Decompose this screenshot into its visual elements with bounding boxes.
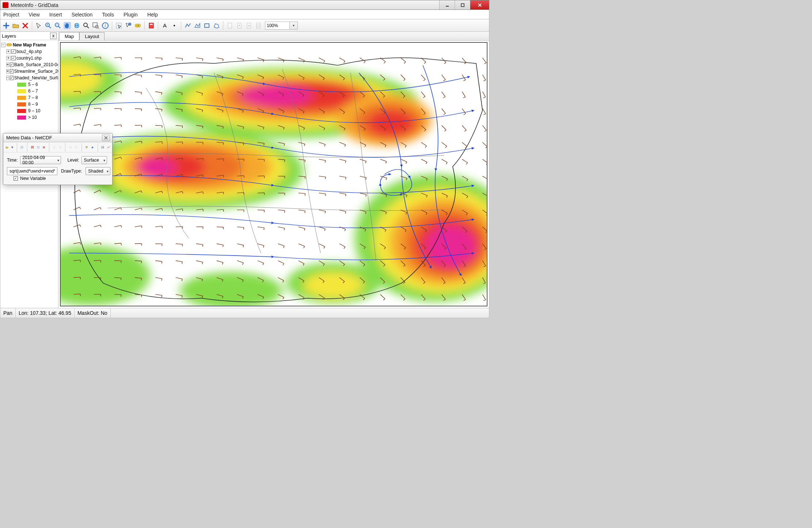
new-variable-checkbox[interactable] bbox=[14, 176, 18, 181]
legend-label: 7 – 8 bbox=[28, 95, 38, 100]
svg-rect-30 bbox=[205, 24, 209, 27]
tab-map[interactable]: Map bbox=[59, 32, 79, 40]
info-icon[interactable]: i bbox=[102, 22, 109, 29]
zoom-combo[interactable]: 100% bbox=[265, 22, 290, 30]
forward-arrow-icon[interactable] bbox=[59, 144, 62, 151]
info-icon[interactable]: i bbox=[20, 144, 23, 151]
expression-input[interactable] bbox=[7, 167, 57, 175]
chart-box-icon[interactable] bbox=[101, 144, 104, 151]
delete-icon[interactable] bbox=[42, 144, 45, 151]
level-combo[interactable]: Surface bbox=[81, 156, 107, 164]
point-tool-icon[interactable] bbox=[171, 22, 178, 29]
status-coords: Lon: 107.33; Lat: 46.95 bbox=[16, 308, 75, 318]
pointer-icon[interactable] bbox=[35, 22, 42, 29]
svg-point-66 bbox=[304, 272, 363, 298]
svg-line-580 bbox=[162, 261, 162, 264]
identify-icon[interactable]: ? bbox=[125, 22, 132, 29]
level-field: Level: Surface bbox=[68, 156, 107, 164]
svg-rect-710 bbox=[102, 147, 102, 148]
layer-tree: − New Map Frame + bou2_4p.shp + country1… bbox=[0, 40, 58, 122]
svg-line-504 bbox=[244, 227, 244, 230]
page-icon[interactable] bbox=[226, 22, 234, 29]
layer-checkbox[interactable] bbox=[10, 76, 14, 80]
tab-layout[interactable]: Layout bbox=[79, 32, 105, 40]
label-icon[interactable]: LB bbox=[134, 22, 141, 29]
layers-panel-close-button[interactable]: x bbox=[50, 33, 57, 39]
svg-line-378 bbox=[244, 176, 244, 178]
menu-insert[interactable]: Insert bbox=[49, 12, 62, 18]
data-icon[interactable] bbox=[148, 22, 155, 29]
layer-checkbox[interactable] bbox=[11, 56, 16, 60]
trend-line-icon[interactable] bbox=[107, 144, 110, 151]
add-layer-icon[interactable] bbox=[3, 22, 10, 29]
select-element-icon[interactable] bbox=[115, 22, 122, 29]
zoom-icon[interactable] bbox=[83, 22, 90, 29]
rect-icon[interactable] bbox=[203, 22, 210, 29]
grid-view-icon[interactable] bbox=[31, 144, 34, 151]
collapse-icon[interactable]: − bbox=[6, 76, 9, 80]
collapse-icon[interactable]: − bbox=[1, 43, 5, 47]
expand-icon[interactable]: + bbox=[6, 69, 9, 73]
layer-row[interactable]: + Streamline_Surface_2010- bbox=[1, 68, 57, 75]
svg-point-14 bbox=[84, 23, 87, 27]
expand-icon[interactable]: + bbox=[6, 56, 11, 60]
delete-icon[interactable] bbox=[22, 22, 29, 29]
map-canvas[interactable] bbox=[60, 42, 487, 306]
dialog-titlebar[interactable]: Meteo Data - NetCDF bbox=[3, 133, 112, 142]
zoom-out-icon[interactable] bbox=[54, 22, 61, 29]
zoom-region-icon[interactable] bbox=[92, 22, 99, 29]
layer-row[interactable]: + bou2_4p.shp bbox=[1, 48, 57, 55]
maximize-button[interactable] bbox=[455, 0, 470, 10]
page-down-icon[interactable] bbox=[245, 22, 253, 29]
expand-icon[interactable]: + bbox=[6, 63, 9, 67]
menu-view[interactable]: View bbox=[29, 12, 40, 18]
dropdown-caret-icon[interactable]: ▾ bbox=[11, 145, 13, 149]
back-arrow-icon[interactable] bbox=[53, 144, 56, 151]
menu-help[interactable]: Help bbox=[147, 12, 158, 18]
open-folder-icon[interactable] bbox=[5, 144, 8, 151]
menu-plugin[interactable]: Plugin bbox=[124, 12, 138, 18]
meteo-data-dialog[interactable]: Meteo Data - NetCDF ▾ i Time: 2010-04-09… bbox=[3, 133, 113, 185]
animate-back-icon[interactable] bbox=[69, 144, 72, 151]
shape-closed-icon[interactable] bbox=[194, 22, 201, 29]
close-button[interactable] bbox=[470, 0, 489, 10]
layer-row[interactable]: − Shaded_NewVar_Surface_ bbox=[1, 75, 57, 81]
map-frame-icon bbox=[6, 42, 12, 48]
zoom-dropdown-icon[interactable]: ▾ bbox=[290, 22, 298, 30]
layer-row[interactable]: + country1.shp bbox=[1, 55, 57, 61]
dialog-title: Meteo Data - NetCDF bbox=[6, 135, 52, 140]
shape-open-icon[interactable] bbox=[184, 22, 191, 29]
svg-line-342 bbox=[305, 160, 305, 162]
tree-frame-label: New Map Frame bbox=[13, 42, 46, 48]
svg-line-337 bbox=[258, 159, 265, 159]
tree-frame-row[interactable]: − New Map Frame bbox=[1, 42, 57, 48]
menu-project[interactable]: Project bbox=[3, 12, 19, 18]
globe-icon[interactable] bbox=[73, 22, 80, 29]
svg-point-54 bbox=[137, 158, 176, 176]
polygon-icon[interactable] bbox=[213, 22, 220, 29]
dialog-close-button[interactable] bbox=[102, 135, 110, 141]
toolbar-separator bbox=[32, 21, 32, 30]
minimize-button[interactable] bbox=[439, 0, 455, 10]
open-icon[interactable] bbox=[12, 22, 19, 29]
svg-line-501 bbox=[217, 227, 224, 227]
svg-line-420 bbox=[244, 192, 244, 195]
menu-selection[interactable]: Selection bbox=[72, 12, 93, 18]
layer-row[interactable]: + Barb_Surface_2010-04-09 bbox=[1, 61, 57, 68]
layer-checkbox[interactable] bbox=[10, 63, 14, 67]
layer-checkbox[interactable] bbox=[11, 49, 16, 54]
page-grid-icon[interactable] bbox=[255, 22, 262, 29]
animate-fwd-icon[interactable] bbox=[75, 144, 78, 151]
layer-checkbox[interactable] bbox=[10, 69, 14, 73]
menu-tools[interactable]: Tools bbox=[102, 12, 114, 18]
page-up-icon[interactable] bbox=[236, 22, 243, 29]
pan-hand-icon[interactable] bbox=[64, 22, 71, 29]
star-icon[interactable] bbox=[91, 144, 94, 151]
layers-icon[interactable] bbox=[85, 144, 88, 151]
text-tool-icon[interactable]: A bbox=[161, 22, 168, 29]
expand-icon[interactable]: + bbox=[6, 49, 11, 54]
zoom-in-icon[interactable] bbox=[45, 22, 52, 29]
time-combo[interactable]: 2010-04-09 00:00 bbox=[20, 156, 61, 164]
table-icon[interactable] bbox=[37, 144, 40, 151]
drawtype-combo[interactable]: Shaded bbox=[86, 167, 110, 175]
